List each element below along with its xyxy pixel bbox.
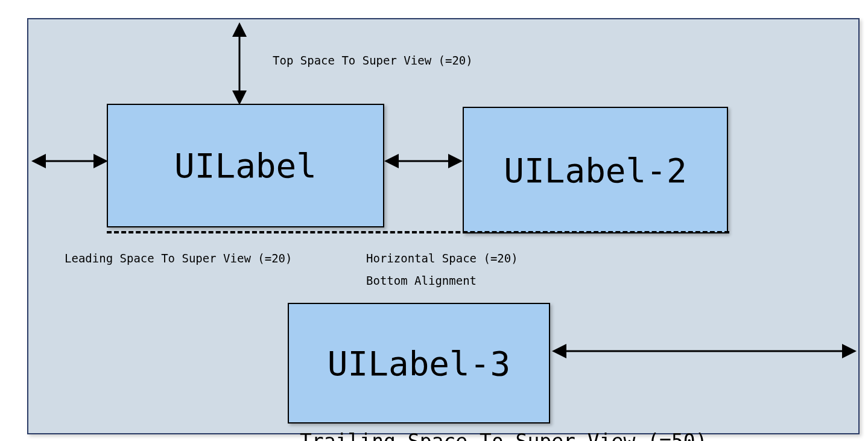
caption-horizontal-space: Horizontal Space (=20) [366,252,518,265]
arrow-leading-space [31,149,107,173]
arrow-trailing-space [552,339,857,363]
uilabel-1-text: UILabel [174,146,317,185]
arrow-top-space [221,22,258,104]
superview-container: UILabel UILabel-2 UILabel-3 Top Space To… [27,18,860,434]
uilabel-2: UILabel-2 [463,107,728,233]
bottom-alignment-line [107,231,729,233]
caption-trailing-space: Trailing Space To Super View (=50) [300,430,708,441]
arrow-horizontal-space [384,149,463,173]
uilabel-1: UILabel [107,104,384,227]
uilabel-2-text: UILabel-2 [504,151,686,190]
uilabel-3: UILabel-3 [288,303,550,424]
uilabel-3-text: UILabel-3 [328,344,510,383]
caption-top-space: Top Space To Super View (=20) [273,54,473,67]
caption-leading-space: Leading Space To Super View (=20) [65,252,293,265]
caption-bottom-alignment: Bottom Alignment [366,274,477,287]
